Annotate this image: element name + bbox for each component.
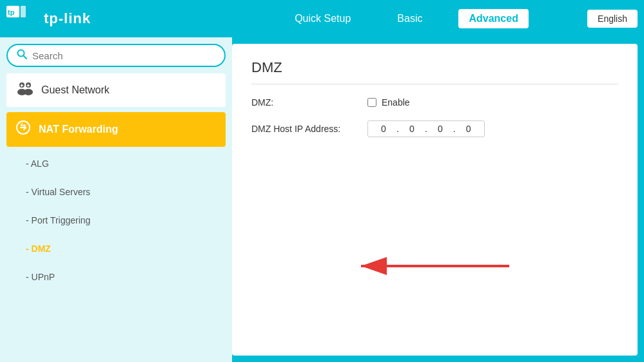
dmz-host-ip-label: DMZ Host IP Address: bbox=[251, 124, 355, 134]
tp-link-logo-icon: tp bbox=[6, 6, 39, 32]
sidebar-item-alg[interactable]: - ALG bbox=[6, 149, 226, 178]
main-area: ✦ ✦ Guest Network NAT Forwarding - ALG bbox=[0, 37, 644, 362]
search-input[interactable] bbox=[32, 50, 215, 61]
dmz-enable-label: Enable bbox=[382, 97, 410, 108]
ip-dot-2: . bbox=[425, 124, 427, 134]
search-icon bbox=[17, 49, 27, 62]
sidebar-item-nat-forwarding[interactable]: NAT Forwarding bbox=[6, 112, 226, 147]
svg-line-4 bbox=[24, 56, 27, 59]
dmz-host-ip-row: DMZ Host IP Address: . . . bbox=[251, 120, 618, 137]
tab-basic[interactable]: Basic bbox=[387, 9, 433, 28]
guest-network-label: Guest Network bbox=[41, 84, 110, 96]
sidebar-item-dmz[interactable]: - DMZ bbox=[6, 234, 226, 263]
svg-rect-1 bbox=[21, 6, 26, 17]
logo-area: tp tp-link bbox=[6, 6, 239, 32]
tab-quick-setup[interactable]: Quick Setup bbox=[284, 9, 361, 28]
guest-network-icon: ✦ ✦ bbox=[15, 81, 34, 99]
svg-text:✦: ✦ bbox=[19, 82, 24, 89]
logo-text: tp-link bbox=[44, 10, 91, 27]
sidebar-item-port-triggering[interactable]: - Port Triggering bbox=[6, 206, 226, 234]
ip-octet-2[interactable] bbox=[402, 124, 422, 134]
sidebar: ✦ ✦ Guest Network NAT Forwarding - ALG bbox=[0, 37, 232, 362]
arrow-annotation bbox=[348, 240, 516, 294]
sidebar-item-upnp[interactable]: - UPnP bbox=[6, 263, 226, 291]
sidebar-item-virtual-servers[interactable]: - Virtual Servers bbox=[6, 178, 226, 206]
top-nav: tp tp-link Quick Setup Basic Advanced En… bbox=[0, 0, 644, 37]
sidebar-item-guest-network[interactable]: ✦ ✦ Guest Network bbox=[6, 73, 226, 107]
dmz-ip-fields: . . . bbox=[367, 120, 485, 137]
search-box[interactable] bbox=[6, 44, 226, 67]
dmz-enable-checkbox-area: Enable bbox=[367, 97, 410, 108]
nav-tabs: Quick Setup Basic Advanced bbox=[239, 9, 574, 28]
ip-dot-3: . bbox=[453, 124, 456, 134]
panel-title: DMZ bbox=[251, 59, 618, 84]
language-button[interactable]: English bbox=[587, 10, 638, 28]
dmz-label: DMZ: bbox=[251, 97, 355, 108]
nat-sub-menu: - ALG - Virtual Servers - Port Triggerin… bbox=[6, 149, 226, 291]
dmz-enable-checkbox[interactable] bbox=[367, 98, 376, 107]
tab-advanced[interactable]: Advanced bbox=[458, 9, 528, 28]
svg-text:✦: ✦ bbox=[26, 82, 31, 89]
ip-dot-1: . bbox=[396, 124, 399, 134]
svg-point-8 bbox=[24, 89, 33, 95]
dmz-enable-row: DMZ: Enable bbox=[251, 97, 618, 108]
nat-forwarding-icon bbox=[15, 120, 31, 139]
content-panel: DMZ DMZ: Enable DMZ Host IP Address: . .… bbox=[232, 44, 638, 356]
ip-octet-4[interactable] bbox=[458, 124, 479, 134]
svg-text:tp: tp bbox=[8, 8, 15, 16]
ip-octet-3[interactable] bbox=[430, 124, 451, 134]
ip-octet-1[interactable] bbox=[373, 124, 394, 134]
nat-forwarding-label: NAT Forwarding bbox=[39, 124, 118, 135]
